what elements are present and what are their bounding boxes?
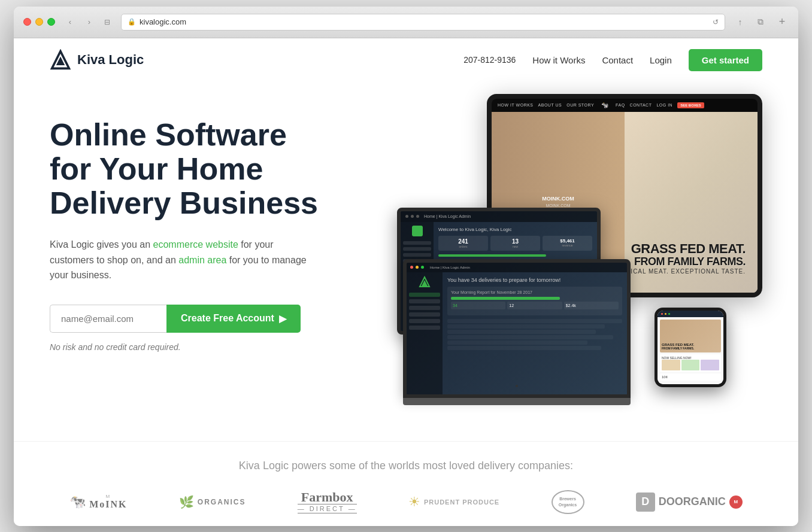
logos-row: 🐄 M MoINK 🌿 ORGANICS Farmbox [50,490,762,514]
laptop-camera [516,385,518,387]
tablet-nav-item: ABOUT US [538,103,562,107]
imac-top-bar: Home | Kiva Logic Admin [401,211,597,222]
nav-link-contact[interactable]: Contact [602,55,633,65]
laptop-morning-report: Your Morning Report for November 28 2017… [447,287,622,315]
add-tab-button[interactable]: + [775,16,789,29]
farmbox-direct-text: — DIRECT — [298,504,357,513]
phone-section: NOW SELLING NOW! [660,354,721,372]
nav-links: 207-812-9136 How it Works Contact Login … [463,49,762,71]
browser-buttons [23,18,55,26]
laptop-welcome-text: You have 34 deliveries to prepare for to… [447,277,622,283]
admin-area-link[interactable]: admin area [178,255,226,265]
imac-stat-number: 13 [493,238,538,245]
create-account-button[interactable]: Create Free Account ▶ [166,305,301,333]
sidebar-toggle-icon[interactable]: ⊟ [101,16,114,29]
device-phone: GRASS FED MEAT. FROM FAMILY FARMS. NOW S… [655,308,726,387]
page-content: Kiva Logic 207-812-9136 How it Works Con… [14,38,798,526]
tablet-subheadline: FROM FAMILY FARMS. [617,256,746,268]
imac-welcome-text: Welcome to Kiva Logic, Kiva Logic [438,227,592,232]
laptop-sidebar-item [409,312,440,317]
brewers-brand-text: BrewersOrganics [559,496,577,507]
email-input[interactable] [50,305,166,333]
laptop-base [403,398,631,405]
farmbox-brand-text: Farmbox [298,491,357,504]
moink-brand-text: MoINK [89,499,127,510]
imac-stat-number: 241 [441,238,486,245]
logo-text: Kiva Logic [77,52,144,68]
browser-actions: ↑ ⧉ [732,16,768,29]
imac-progress-bar [438,254,546,257]
maximize-button[interactable] [47,18,55,26]
nav-phone: 207-812-9136 [463,55,516,65]
laptop-sidebar-logo [419,276,431,288]
tablet-nav-item: LOG IN [656,103,672,107]
laptop-table [447,319,622,350]
nav-login-link[interactable]: Login [650,55,672,65]
laptop-main: You have 34 deliveries to prepare for to… [443,272,627,394]
imac-dot-red [405,215,408,218]
phone-dot-green [668,313,670,315]
refresh-icon[interactable]: ↺ [713,18,719,26]
phone-section-text: 10¢ [662,375,719,379]
browser-nav: ‹ › ⊟ [62,16,114,29]
forward-arrow-icon[interactable]: › [81,16,97,29]
hero-heading: Online Software for Your Home Delivery B… [50,118,361,221]
moink-cow-icon: 🐄 [69,494,86,510]
imac-stat-card: 13 new [490,236,540,251]
tablet-nav-item: HOW IT WORKS [498,103,534,107]
imac-sidebar-item [403,253,431,257]
imac-stat-label: orders [441,245,486,248]
logo-area[interactable]: Kiva Logic [50,49,144,71]
moink-text: M MoINK [89,494,127,510]
logo-moink: 🐄 M MoINK [69,494,127,510]
laptop-sidebar-item [409,299,440,303]
imac-stat-number: $5,461 [545,238,590,244]
laptop-sidebar-item [409,326,440,330]
minimize-button[interactable] [35,18,43,26]
laptop-stat: $2.4k [564,302,619,309]
imac-dot-green [416,215,419,218]
share-icon[interactable]: ↑ [732,16,748,29]
laptop-sidebar-item [409,319,440,323]
phone-hero-text: GRASS FED MEAT. FROM FAMILY FARMS. [662,343,694,350]
logo-doorganic: D DOORGANIC M [636,493,743,512]
prudent-text-area: PRUDENT PRODUCE [424,498,499,506]
logos-headline: Kiva Logic powers some of the worlds mos… [50,460,762,472]
nav-link-how-it-works[interactable]: How it Works [532,55,585,65]
laptop-progress-bar [451,297,560,300]
tablet-see-boxes-button[interactable]: SEE BOXES [677,102,704,108]
laptop-table-row [447,335,613,339]
browser-toolbar: ‹ › ⊟ 🔒 kivalogic.com ↺ ↑ ⧉ + [14,7,798,38]
imac-stat-card: 241 orders [438,236,488,251]
doorganic-brand-text: DOORGANIC [659,495,726,508]
laptop-top-bar: Home | Kiva Logic Admin [407,263,627,272]
device-laptop: Home | Kiva Logic Admin [403,259,631,405]
imac-sidebar-item [403,247,431,251]
laptop-dot-green [421,266,424,269]
laptop-sidebar [407,272,443,394]
laptop-dot-red [410,266,413,269]
tablet-nav-item: FAQ [616,103,625,107]
back-arrow-icon[interactable]: ‹ [62,16,78,29]
imac-stat-card: $5,461 revenue [543,236,592,251]
tablet-nav-item: OUR STORY [566,103,594,107]
close-button[interactable] [23,18,31,26]
signup-form: Create Free Account ▶ [50,305,361,333]
moink-m-text: M [89,494,127,499]
brewers-circle: BrewersOrganics [552,490,584,514]
phone-section: 10¢ [660,373,721,381]
laptop-content: You have 34 deliveries to prepare for to… [407,272,627,394]
laptop-table-row [447,346,601,350]
logo-prudent: ☀ PRUDENT PRODUCE [408,494,499,510]
ecommerce-link[interactable]: ecommerce website [153,239,238,250]
hero-section: Online Software for Your Home Delivery B… [14,82,798,429]
url-bar[interactable]: 🔒 kivalogic.com ↺ [121,14,725,31]
duplicate-tab-icon[interactable]: ⧉ [753,16,768,29]
laptop-stats-row: 34 12 $2.4k [451,302,619,309]
get-started-button[interactable]: Get started [689,49,762,71]
imac-sidebar-item [403,241,431,245]
imac-sidebar-logo [412,226,423,236]
url-text: kivalogic.com [140,17,186,26]
phone-thumb [681,360,700,370]
phone-body: GRASS FED MEAT. FROM FAMILY FARMS. NOW S… [655,308,726,387]
